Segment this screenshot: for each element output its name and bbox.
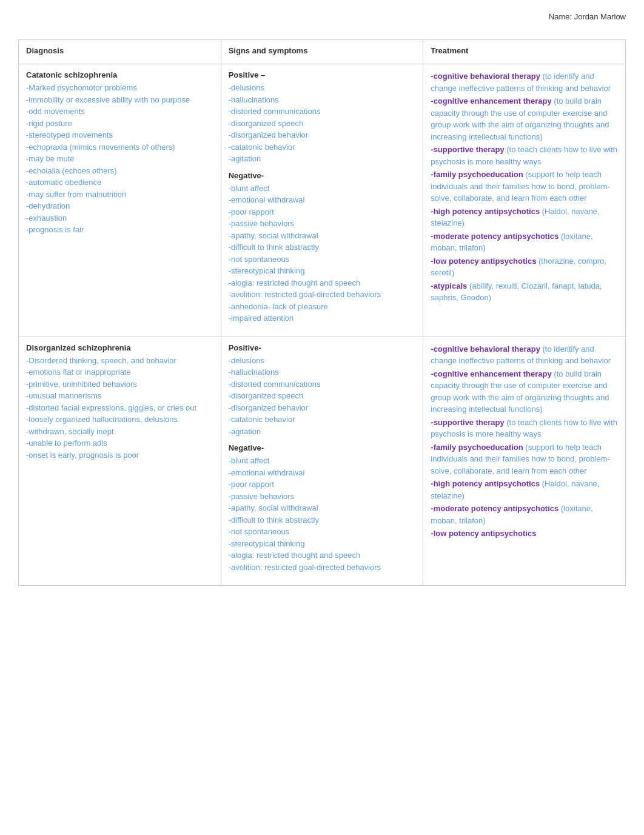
treatment-item-1-0: -cognitive behavioral therapy (to identi… xyxy=(431,343,618,367)
diagnosis-title-1: Disorganized schizophrenia xyxy=(26,343,213,352)
negative-item-0-9: -avolition: restricted goal-directed beh… xyxy=(229,289,416,301)
positive-item-0-3: -disorganized speech xyxy=(229,118,416,130)
treatment-item-0-7: -atypicals (abilify, rexulti, Clozaril, … xyxy=(431,280,618,304)
treatment-item-0-4: -high potency antipsychotics (Haldol, na… xyxy=(431,206,618,229)
negative-item-1-6: -not spontaneous xyxy=(229,526,416,538)
positive-item-0-0: -delusions xyxy=(229,82,416,94)
treatment-item-1-6: -low potency antipsychotics xyxy=(431,528,618,540)
diagnosis-item-0-8: -automatic obedience xyxy=(26,176,213,189)
treatment-bold-1-4: -high potency antipsychotics xyxy=(431,479,540,488)
treatment-item-0-2: -supportive therapy (to teach clients ho… xyxy=(431,144,618,167)
name-header: Name: Jordan Marlow xyxy=(18,12,626,21)
diagnosis-item-1-0: -Disordered thinking, speech, and behavi… xyxy=(26,355,213,367)
positive-item-1-3: -disorganized speech xyxy=(229,390,416,402)
diagnosis-item-0-9: -may suffer from malnutrition xyxy=(26,189,213,201)
diagnosis-item-1-8: -onset is early, prognosis is poor xyxy=(26,449,213,461)
diagnosis-item-0-6: -may be mute xyxy=(26,153,213,165)
treatment-bold-1-2: -supportive therapy xyxy=(431,418,504,427)
col-header-diagnosis: Diagnosis xyxy=(19,40,221,64)
diagnosis-item-1-7: -unable to perform adls xyxy=(26,437,213,449)
negative-header-0: Negative- xyxy=(229,171,416,180)
negative-item-0-5: -difficult to think abstractly xyxy=(229,241,416,253)
main-table: Diagnosis Signs and symptoms Treatment C… xyxy=(18,39,626,586)
treatment-item-1-5: -moderate potency antipsychotics (loxita… xyxy=(431,503,618,526)
negative-item-0-3: -passive behaviors xyxy=(229,218,416,230)
treatment-bold-0-0: -cognitive behavioral therapy xyxy=(431,72,540,81)
treatment-item-1-2: -supportive therapy (to teach clients ho… xyxy=(431,417,618,440)
positive-header-1: Positive- xyxy=(229,343,416,352)
treatment-bold-0-3: -family psychoeducation xyxy=(431,170,523,179)
treatment-item-1-3: -family psychoeducation (support to help… xyxy=(431,441,618,477)
positive-header-0: Positive – xyxy=(229,70,416,79)
negative-header-1: Negative- xyxy=(229,443,416,452)
treatment-bold-1-6: -low potency antipsychotics xyxy=(431,529,536,538)
col-header-treatment: Treatment xyxy=(423,40,626,64)
treatment-bold-0-1: -cognitive enhancement therapy xyxy=(431,96,551,106)
treatment-bold-0-5: -moderate potency antipsychotics xyxy=(431,232,558,241)
negative-item-0-1: -emotional withdrawal xyxy=(229,194,416,206)
diagnosis-item-0-0: -Marked psychomotor problems xyxy=(26,82,213,94)
diagnosis-item-0-10: -dehydration xyxy=(26,200,213,212)
positive-item-0-6: -agitation xyxy=(229,153,416,165)
negative-item-0-11: -impaired attention xyxy=(229,312,416,324)
negative-item-0-7: -stereotypical thinking xyxy=(229,265,416,277)
treatment-bold-1-5: -moderate potency antipsychotics xyxy=(431,504,558,513)
diagnosis-item-0-7: -echolalia (echoes others) xyxy=(26,165,213,177)
treatment-item-0-1: -cognitive enhancement therapy (to build… xyxy=(431,95,618,143)
positive-item-0-4: -disorganized behavior xyxy=(229,129,416,141)
treatment-bold-0-4: -high potency antipsychotics xyxy=(431,207,540,216)
treatment-item-0-5: -moderate potency antipsychotics (loxita… xyxy=(431,230,618,254)
negative-item-1-2: -poor rapport xyxy=(229,478,416,491)
positive-item-0-1: -hallucinations xyxy=(229,94,416,106)
symptoms-cell-1: Positive--delusions-hallucinations-disto… xyxy=(221,337,423,586)
positive-item-1-6: -agitation xyxy=(229,426,416,438)
treatment-item-0-3: -family psychoeducation (support to help… xyxy=(431,169,618,204)
treatment-cell-0: -cognitive behavioral therapy (to identi… xyxy=(423,64,626,337)
negative-item-0-6: -not spontaneous xyxy=(229,253,416,266)
negative-item-0-8: -alogia: restricted thought and speech xyxy=(229,277,416,289)
positive-item-1-4: -disorganized behavior xyxy=(229,402,416,414)
negative-item-0-2: -poor rapport xyxy=(229,206,416,218)
treatment-item-1-4: -high potency antipsychotics (Haldol, na… xyxy=(431,478,618,501)
treatment-bold-1-1: -cognitive enhancement therapy xyxy=(431,369,551,378)
negative-item-1-8: -alogia: restricted thought and speech xyxy=(229,549,416,562)
positive-item-1-5: -catatonic behavior xyxy=(229,414,416,426)
diagnosis-item-1-2: -primitive, uninhibited behaviors xyxy=(26,378,213,391)
diagnosis-cell-0: Catatonic schizophrenia-Marked psychomot… xyxy=(19,64,221,337)
positive-item-1-2: -distorted communications xyxy=(229,378,416,391)
treatment-item-0-6: -low potency antipsychotics (thorazine, … xyxy=(431,255,618,279)
symptoms-cell-0: Positive –-delusions-hallucinations-dist… xyxy=(221,64,423,337)
negative-item-1-0: -blunt affect xyxy=(229,455,416,467)
diagnosis-item-0-11: -exhaustion xyxy=(26,212,213,224)
diagnosis-item-0-12: -prognosis is fair xyxy=(26,224,213,236)
negative-item-0-4: -apathy, social withdrawal xyxy=(229,230,416,242)
diagnosis-item-1-6: -withdrawn, socially inept xyxy=(26,426,213,438)
diagnosis-item-0-4: -stereotyped movements xyxy=(26,129,213,141)
diagnosis-item-1-4: -distorted facial expressions, giggles, … xyxy=(26,402,213,414)
diagnosis-item-0-1: -immobility or excessive ability with no… xyxy=(26,94,213,106)
positive-item-1-0: -delusions xyxy=(229,355,416,367)
diagnosis-item-0-2: -odd movements xyxy=(26,106,213,118)
col-header-symptoms: Signs and symptoms xyxy=(221,40,423,64)
treatment-item-1-1: -cognitive enhancement therapy (to build… xyxy=(431,368,618,415)
positive-item-1-1: -hallucinations xyxy=(229,366,416,378)
negative-item-1-1: -emotional withdrawal xyxy=(229,467,416,479)
treatment-bold-0-7: -atypicals xyxy=(431,281,467,290)
negative-item-1-9: -avolition: restricted goal-directed beh… xyxy=(229,562,416,574)
diagnosis-item-1-5: -loosely organized hallucinations, delus… xyxy=(26,414,213,426)
diagnosis-item-0-3: -rigid posture xyxy=(26,118,213,130)
negative-item-1-5: -difficult to think abstractly xyxy=(229,514,416,526)
diagnosis-item-1-1: -emotions flat or inappropriate xyxy=(26,366,213,378)
diagnosis-cell-1: Disorganized schizophrenia-Disordered th… xyxy=(19,337,221,586)
negative-item-1-4: -apathy, social withdrawal xyxy=(229,502,416,514)
treatment-bold-0-2: -supportive therapy xyxy=(431,145,504,154)
negative-item-1-7: -stereotypical thinking xyxy=(229,538,416,550)
diagnosis-item-0-5: -echopraxia (mimics movements of others) xyxy=(26,141,213,153)
diagnosis-title-0: Catatonic schizophrenia xyxy=(26,70,213,79)
negative-item-1-3: -passive behaviors xyxy=(229,491,416,503)
treatment-bold-1-0: -cognitive behavioral therapy xyxy=(431,344,540,354)
treatment-bold-0-6: -low potency antipsychotics xyxy=(431,257,536,266)
negative-item-0-10: -anhedonia- lack of pleasure xyxy=(229,301,416,313)
treatment-bold-1-3: -family psychoeducation xyxy=(431,443,523,452)
diagnosis-item-1-3: -unusual mannerisms xyxy=(26,390,213,402)
